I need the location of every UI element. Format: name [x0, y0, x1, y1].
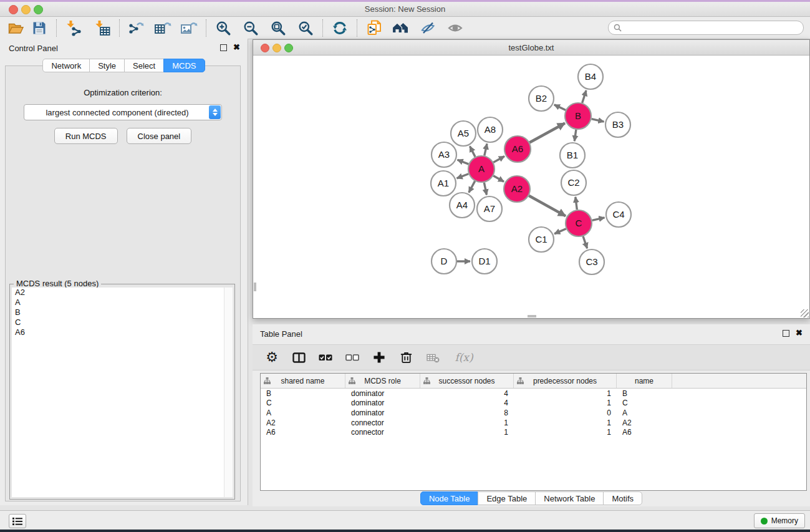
table-cell[interactable]: 8	[420, 409, 514, 417]
float-panel-icon[interactable]	[220, 44, 227, 51]
table-cell[interactable]: C	[617, 399, 672, 407]
table-cell[interactable]: 1	[514, 399, 617, 407]
close-panel-icon[interactable]: ✖	[233, 44, 240, 51]
graph-node-C[interactable]: C	[566, 210, 592, 236]
graph-edge-A-A1[interactable]	[457, 174, 469, 178]
tab-style[interactable]: Style	[89, 59, 125, 72]
table-cell[interactable]: A6	[617, 428, 672, 437]
table-cell[interactable]: dominator	[345, 399, 420, 407]
graph-node-C1[interactable]: C1	[529, 227, 554, 252]
tab-network-table[interactable]: Network Table	[535, 491, 604, 505]
table-cell[interactable]: B	[617, 389, 672, 398]
hide-panels-icon[interactable]	[416, 19, 440, 37]
graph-node-A1[interactable]: A1	[431, 171, 456, 196]
window-resize-handle-icon[interactable]	[801, 309, 809, 317]
column-header-predecessor-nodes[interactable]: predecessor nodes	[514, 374, 617, 388]
graph-node-A[interactable]: A	[468, 156, 494, 182]
graph-node-A4[interactable]: A4	[450, 193, 475, 218]
result-list-item[interactable]: A6	[12, 327, 233, 337]
horizontal-scroll-thumb[interactable]	[528, 315, 536, 317]
table-cell[interactable]: connector	[345, 428, 420, 437]
graph-edge-C-C3[interactable]	[583, 236, 587, 248]
tab-motifs[interactable]: Motifs	[603, 491, 642, 505]
select-all-checkboxes-icon[interactable]	[317, 349, 334, 365]
graph-edge-A-A6[interactable]	[493, 157, 504, 163]
graph-node-D1[interactable]: D1	[472, 249, 497, 274]
graph-node-A6[interactable]: A6	[504, 136, 531, 162]
table-cell[interactable]: connector	[345, 418, 420, 427]
result-list-item[interactable]: B	[12, 307, 233, 317]
vertical-scroll-thumb[interactable]	[254, 283, 256, 291]
run-mcds-button[interactable]: Run MCDS	[54, 128, 118, 144]
graph-edge-B-B4[interactable]	[582, 90, 586, 103]
graph-edge-A-A3[interactable]	[457, 160, 468, 164]
ui-settings-menu-button[interactable]	[9, 514, 26, 528]
graph-node-D[interactable]: D	[432, 249, 456, 274]
export-network-icon[interactable]	[125, 19, 148, 37]
duplicate-network-icon[interactable]	[362, 19, 386, 37]
result-list-item[interactable]: A2	[12, 288, 233, 297]
graph-edge-A-A4[interactable]	[469, 181, 475, 192]
add-column-icon[interactable]	[371, 349, 387, 365]
graph-edge-B-B2[interactable]	[554, 105, 566, 110]
close-panel-button[interactable]: Close panel	[127, 128, 192, 144]
graph-edge-A-A2[interactable]	[493, 176, 504, 181]
mcds-result-list[interactable]: A2ABCA6	[12, 288, 233, 497]
refresh-icon[interactable]	[328, 19, 352, 37]
graph-node-B1[interactable]: B1	[560, 143, 585, 168]
criterion-dropdown[interactable]: largest connected component (directed)	[24, 104, 222, 120]
tab-mcds[interactable]: MCDS	[163, 59, 205, 72]
table-cell[interactable]: A	[617, 409, 672, 417]
graph-edge-A2-C[interactable]	[529, 196, 566, 216]
table-row[interactable]: Cdominator41C	[261, 399, 806, 409]
graph-node-A7[interactable]: A7	[477, 196, 502, 221]
table-cell[interactable]: 0	[514, 409, 617, 417]
table-cell[interactable]: A6	[261, 428, 345, 437]
table-cell[interactable]: 1	[420, 418, 514, 427]
table-cell[interactable]: dominator	[345, 389, 420, 398]
float-table-panel-icon[interactable]	[783, 330, 789, 337]
graph-edge-A6-B[interactable]	[529, 123, 565, 143]
table-row[interactable]: Adominator80A	[261, 408, 806, 418]
graph-node-A8[interactable]: A8	[478, 117, 503, 142]
open-session-icon[interactable]	[4, 19, 27, 37]
network-window-titlebar[interactable]: testGlobe.txt	[253, 40, 809, 56]
graph-edge-B-B1[interactable]	[574, 130, 576, 141]
export-image-icon[interactable]	[177, 19, 201, 37]
tab-edge-table[interactable]: Edge Table	[478, 491, 536, 505]
column-header-MCDS-role[interactable]: MCDS role	[345, 374, 420, 388]
tab-select[interactable]: Select	[124, 59, 164, 72]
result-list-item[interactable]: A	[12, 297, 233, 307]
import-table-icon[interactable]	[90, 19, 114, 37]
save-session-icon[interactable]	[27, 19, 51, 37]
graph-edge-A-A5[interactable]	[470, 146, 475, 157]
graph-node-B2[interactable]: B2	[529, 86, 554, 111]
graph-node-B[interactable]: B	[565, 103, 591, 129]
table-cell[interactable]: 1	[514, 418, 617, 427]
graph-node-A3[interactable]: A3	[432, 142, 456, 167]
table-cell[interactable]: A2	[261, 418, 345, 427]
graph-node-A2[interactable]: A2	[504, 176, 530, 202]
table-cell[interactable]: A2	[617, 418, 672, 427]
table-cell[interactable]: A	[261, 409, 345, 417]
column-header-name[interactable]: name	[617, 374, 672, 388]
column-header-successor-nodes[interactable]: successor nodes	[420, 374, 514, 388]
graph-node-C3[interactable]: C3	[579, 249, 604, 274]
home-icon[interactable]	[388, 19, 412, 37]
graph-edge-C-C4[interactable]	[592, 218, 604, 220]
zoom-out-icon[interactable]	[239, 19, 263, 37]
settings-gear-icon[interactable]: ⚙	[264, 349, 280, 365]
table-cell[interactable]: 4	[420, 399, 514, 407]
graph-node-B3[interactable]: B3	[605, 112, 630, 137]
column-layout-icon[interactable]	[291, 349, 307, 365]
export-table-icon[interactable]	[151, 19, 175, 37]
tab-node-table[interactable]: Node Table	[420, 491, 479, 505]
graph-edge-C-C1[interactable]	[554, 229, 566, 234]
graph-edge-C-C2[interactable]	[576, 197, 577, 210]
zoom-in-icon[interactable]	[211, 19, 235, 37]
graph-edge-A-A7[interactable]	[484, 183, 486, 195]
column-header-shared-name[interactable]: shared name	[261, 374, 345, 388]
result-list-scrollbar[interactable]	[224, 288, 233, 497]
import-network-icon[interactable]	[62, 19, 85, 37]
graph-edge-B-B3[interactable]	[591, 119, 604, 122]
